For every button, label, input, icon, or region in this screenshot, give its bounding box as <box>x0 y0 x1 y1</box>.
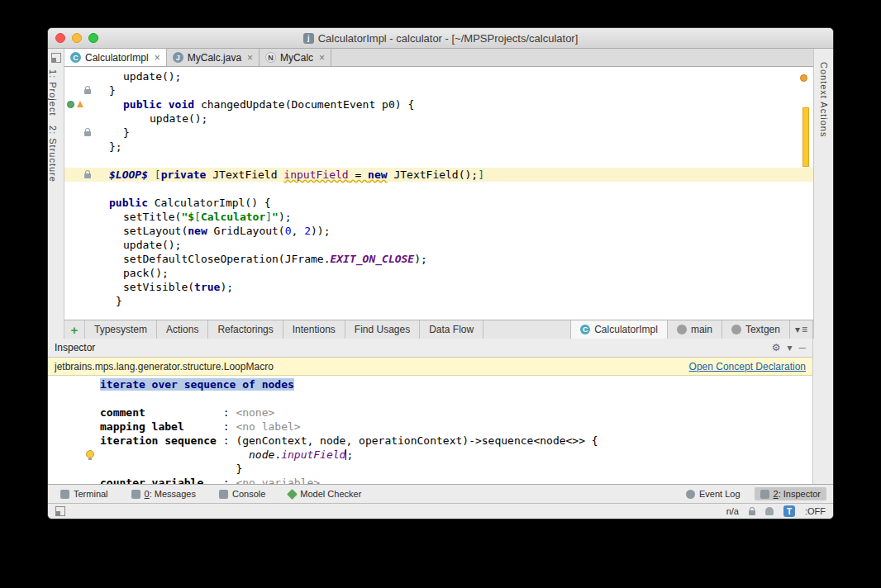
close-window-button[interactable] <box>55 33 65 43</box>
lock-icon <box>84 89 91 94</box>
inspector-line: } <box>48 462 812 476</box>
inspections-status-icon[interactable] <box>800 74 807 82</box>
lock-icon <box>84 173 91 178</box>
terminal-icon <box>60 490 69 499</box>
toolbar-button-model-checker[interactable]: Model Checker <box>283 487 367 500</box>
model-icon <box>731 325 741 334</box>
right-side-strip <box>812 339 833 484</box>
model-tab-main[interactable]: main <box>668 320 722 339</box>
gutter-cell <box>64 97 109 111</box>
toolbar-label: Console <box>232 489 265 499</box>
editor[interactable]: update();}public void changedUpdate(Docu… <box>64 67 813 320</box>
sidebar-item-context-actions[interactable]: Context Actions <box>819 62 829 137</box>
gutter-cell <box>64 196 109 210</box>
model-tab-calculatorimpl[interactable]: CCalculatorImpl <box>571 320 668 339</box>
chevron-down-icon[interactable]: ▾ <box>787 342 792 353</box>
gutter-cell <box>64 224 109 238</box>
editor-line: setDefaultCloseOperation(JFrame.EXIT_ON_… <box>64 252 813 266</box>
lightbulb-icon[interactable] <box>86 450 94 458</box>
inspector-header: Inspector ⚙ ▾ ─ <box>48 339 812 358</box>
sidebar-item-2-structure[interactable]: 2: Structure <box>48 126 58 183</box>
toolbar-button-console[interactable]: Console <box>213 487 271 500</box>
inspector-line <box>48 391 812 405</box>
tab-list-dropdown[interactable]: ▾≡ <box>790 320 813 339</box>
editor-line: } <box>64 83 813 97</box>
tool-window-bar: Terminal0: MessagesConsoleModel CheckerE… <box>48 484 833 503</box>
toolbar-button-terminal[interactable]: Terminal <box>55 487 114 500</box>
write-lock-icon[interactable] <box>749 510 755 515</box>
editor-code: update();}public void changedUpdate(Docu… <box>64 69 813 308</box>
add-aspect-button[interactable]: + <box>64 320 85 339</box>
inspector-title: Inspector <box>55 342 95 353</box>
toolbar-label: Terminal <box>74 489 108 499</box>
java-file-icon: J <box>173 52 183 63</box>
lower-region: Inspector ⚙ ▾ ─ jetbrains.mps.lang.gener… <box>48 339 833 484</box>
code-text: public CalculatorImpl() { <box>109 196 271 210</box>
window-title-group: j CalculatorImpl - calculator - [~/MPSPr… <box>303 32 579 45</box>
editor-line <box>64 154 813 168</box>
inspector-line: counter variable : <no variable> <box>48 476 812 484</box>
inspector-line: iterate over sequence of nodes <box>48 377 812 391</box>
zoom-window-button[interactable] <box>88 33 98 43</box>
transient-models-badge[interactable]: T <box>783 505 795 517</box>
tab-label: CalculatorImpl <box>85 52 149 64</box>
editor-tab-mycalc[interactable]: NMyCalc× <box>260 49 331 66</box>
console-icon <box>219 490 228 499</box>
aspect-tab-refactorings[interactable]: Refactorings <box>208 320 283 339</box>
close-tab-icon[interactable]: × <box>155 53 160 63</box>
tab-label: main <box>691 324 712 335</box>
aspect-tabbar: + TypesystemActionsRefactoringsIntention… <box>64 320 813 339</box>
gear-icon[interactable]: ⚙ <box>772 342 781 353</box>
minimize-window-button[interactable] <box>72 33 82 43</box>
encoding-widget[interactable]: n/a <box>726 506 739 516</box>
chevron-down-icon: ▾ <box>795 324 800 335</box>
tool-window-anchor-icon[interactable] <box>55 506 65 516</box>
right-tool-strip: Context Actions <box>813 49 833 339</box>
aspect-tab-find-usages[interactable]: Find Usages <box>345 320 420 339</box>
gutter-cell <box>64 168 109 182</box>
title-bar[interactable]: j CalculatorImpl - calculator - [~/MPSPr… <box>48 28 833 49</box>
aspect-tab-data-flow[interactable]: Data Flow <box>420 320 483 339</box>
sidebar-item-1-project[interactable]: 1: Project <box>48 69 58 116</box>
code-text: setLayout(new GridLayout(0, 2)); <box>109 224 330 238</box>
toolbar-button-event-log[interactable]: Event Log <box>680 487 746 500</box>
code-text: public void changedUpdate(DocumentEvent … <box>109 97 414 111</box>
aspect-tab-typesystem[interactable]: Typesystem <box>85 320 157 339</box>
aspect-tab-intentions[interactable]: Intentions <box>283 320 345 339</box>
aspect-tab-actions[interactable]: Actions <box>157 320 208 339</box>
tab-label: MyCalc.java <box>188 52 241 64</box>
tab-label: MyCalc <box>280 52 313 64</box>
error-stripe-mark[interactable] <box>802 107 809 167</box>
toolbar-label: Model Checker <box>300 489 361 499</box>
hector-icon[interactable] <box>765 507 774 515</box>
ide-window: j CalculatorImpl - calculator - [~/MPSPr… <box>47 27 834 519</box>
traffic-lights <box>55 33 98 43</box>
hide-panel-icon[interactable]: ─ <box>798 342 806 353</box>
transient-models-state: :OFF <box>805 506 826 516</box>
concept-banner: jetbrains.mps.lang.generator.structure.L… <box>48 358 812 376</box>
editor-tab-mycalc.java[interactable]: JMyCalc.java× <box>167 49 260 66</box>
code-text: } <box>109 83 116 97</box>
close-tab-icon[interactable]: × <box>247 53 253 63</box>
gutter-cell <box>64 210 109 224</box>
code-text: pack(); <box>109 266 169 280</box>
editor-line: setLayout(new GridLayout(0, 2)); <box>64 224 813 238</box>
window-title: CalculatorImpl - calculator - [~/MPSProj… <box>318 32 579 45</box>
toolbar-button-2-inspector[interactable]: 2: Inspector <box>755 487 826 500</box>
code-text: update(); <box>109 238 181 252</box>
gutter-cell <box>64 238 109 252</box>
editor-tab-calculatorimpl[interactable]: CCalculatorImpl× <box>64 49 167 66</box>
model-tab-textgen[interactable]: Textgen <box>722 320 790 339</box>
open-concept-declaration-link[interactable]: Open Concept Declaration <box>689 361 806 372</box>
toolbar-button-0-messages[interactable]: 0: Messages <box>126 487 202 500</box>
inspector-editor[interactable]: iterate over sequence of nodescomment : … <box>48 376 812 484</box>
editor-line: pack(); <box>64 266 813 280</box>
close-tab-icon[interactable]: × <box>319 53 325 63</box>
gutter-cell <box>64 69 109 83</box>
tool-windows-icon[interactable] <box>51 53 61 63</box>
inspector-tools: ⚙ ▾ ─ <box>772 342 806 353</box>
code-text: setTitle("$[Calculator]"); <box>109 210 292 224</box>
model-icon <box>677 325 687 334</box>
inspector-line: mapping label : <no label> <box>48 420 812 434</box>
editor-line: public void changedUpdate(DocumentEvent … <box>64 97 813 111</box>
